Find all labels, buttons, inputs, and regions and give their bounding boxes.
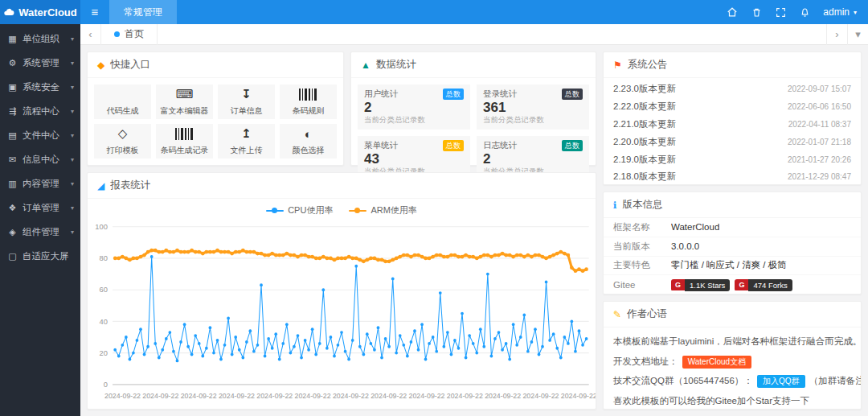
quick-entry-color-picker[interactable]: ◐颜色选择 bbox=[280, 124, 337, 159]
topbar-tab-active[interactable]: 常规管理 bbox=[109, 0, 177, 24]
line-chart: 0204060801002024-09-222024-09-222024-09-… bbox=[88, 218, 596, 409]
stat-value: 361 bbox=[483, 100, 583, 115]
author-notes-body: 本模板前端基于layuimini，后端对各种框架进行融合而完成。 开发文档地址：… bbox=[604, 327, 861, 409]
legend-label: ARM使用率 bbox=[371, 204, 416, 216]
svg-text:2024-09-22: 2024-09-22 bbox=[409, 392, 445, 400]
announcement-time: 2022-06-06 16:50 bbox=[788, 102, 851, 111]
sidebar-item-org[interactable]: ▦单位组织▾ bbox=[0, 27, 80, 51]
sidebar: ▦单位组织▾⚙系统管理▾▣系统安全▾⇶流程中心▾▤文件中心▾✉信息中心▾▥内容管… bbox=[0, 24, 80, 416]
version-row-label: 当前版本 bbox=[613, 241, 671, 253]
logo[interactable]: WaterCloud bbox=[0, 0, 80, 24]
author-line-3: 技术交流QQ群（1065447456）： 加入QQ群 （加群请备注） bbox=[613, 371, 851, 391]
gitee-badge[interactable]: G474 Forks bbox=[735, 279, 792, 291]
order-info-icon: ↧ bbox=[241, 88, 252, 101]
version-row: 主要特色零门槛 / 响应式 / 清爽 / 极简 bbox=[604, 257, 861, 276]
quick-entry-barcode-record[interactable]: 条码生成记录 bbox=[156, 124, 213, 159]
stat-label: 用户统计 bbox=[364, 89, 398, 100]
report-chart-card: ◢ 报表统计 CPU使用率ARM使用率 0204060801002024-09-… bbox=[87, 172, 596, 410]
announcement-item[interactable]: 2.21.0版本更新2022-04-11 08:37 bbox=[613, 116, 851, 134]
version-info-icon: ℹ bbox=[613, 200, 617, 211]
sidebar-item-content[interactable]: ▥内容管理▾ bbox=[0, 171, 80, 196]
clear-cache-icon[interactable] bbox=[744, 0, 768, 24]
sidebar-item-message[interactable]: ✉信息中心▾ bbox=[0, 147, 80, 171]
quick-entry-print-template[interactable]: ◇打印模板 bbox=[94, 124, 151, 159]
home-icon[interactable] bbox=[720, 0, 744, 24]
quick-entry-order-info[interactable]: ↧订单信息 bbox=[218, 84, 275, 119]
announcement-item[interactable]: 2.23.0版本更新2022-09-07 15:07 bbox=[613, 80, 851, 98]
version-info-title: 版本信息 bbox=[623, 198, 663, 212]
sidebar-item-security[interactable]: ▣系统安全▾ bbox=[0, 75, 80, 99]
sidebar-item-label: 订单管理 bbox=[23, 202, 71, 214]
tab-scroll-left-icon[interactable]: ‹ bbox=[80, 24, 101, 45]
user-menu[interactable]: admin ▾ bbox=[817, 6, 868, 18]
announcement-item[interactable]: 2.18.0版本更新2021-12-29 08:47 bbox=[613, 168, 851, 186]
component-icon: ◈ bbox=[6, 227, 18, 237]
username: admin bbox=[823, 6, 850, 18]
author-notes-icon: ✎ bbox=[613, 309, 621, 320]
svg-text:2024-09-22: 2024-09-22 bbox=[447, 392, 483, 400]
stat-label: 日志统计 bbox=[483, 140, 517, 151]
announcement-item[interactable]: 2.20.0版本更新2022-01-07 21:18 bbox=[613, 133, 851, 150]
sidebar-item-flow[interactable]: ⇶流程中心▾ bbox=[0, 99, 80, 123]
sidebar-item-screen[interactable]: ▢自适应大屏 bbox=[0, 244, 80, 268]
quick-entry-barcode[interactable]: 条码规则 bbox=[280, 84, 337, 119]
sidebar-item-system[interactable]: ⚙系统管理▾ bbox=[0, 51, 80, 75]
legend-item-CPU使用率[interactable]: CPU使用率 bbox=[266, 204, 333, 216]
legend-label: CPU使用率 bbox=[288, 204, 333, 216]
status-badge: 总数 bbox=[443, 89, 464, 100]
sidebar-item-label: 内容管理 bbox=[23, 178, 71, 190]
gitee-badge[interactable]: G1.1K Stars bbox=[671, 279, 730, 291]
fullscreen-icon[interactable] bbox=[768, 0, 792, 24]
stat-value: 2 bbox=[483, 151, 583, 167]
notifications-bell-icon[interactable] bbox=[792, 0, 817, 24]
announcement-title: 2.18.0版本更新 bbox=[613, 171, 676, 183]
sidebar-item-label: 组件管理 bbox=[23, 226, 71, 238]
sidebar-item-component[interactable]: ◈组件管理▾ bbox=[0, 220, 80, 244]
sidebar-item-order[interactable]: ❖订单管理▾ bbox=[0, 196, 80, 220]
announcements-list: 2.23.0版本更新2022-09-07 15:072.22.0版本更新2022… bbox=[604, 78, 861, 188]
page-tabbar: ‹ 首页 › ▾ bbox=[80, 24, 868, 45]
quick-entry-title: 快捷入口 bbox=[110, 58, 150, 72]
print-template-icon: ◇ bbox=[118, 127, 128, 141]
announcement-time: 2021-12-29 08:47 bbox=[788, 172, 851, 181]
security-icon: ▣ bbox=[6, 82, 18, 93]
sidebar-item-label: 系统安全 bbox=[23, 81, 71, 93]
hamburger-menu-icon[interactable]: ≡ bbox=[80, 0, 109, 24]
quick-entry-code[interactable]: 代码生成 bbox=[94, 84, 151, 119]
chevron-down-icon: ▾ bbox=[854, 9, 857, 16]
announcement-title: 2.19.0版本更新 bbox=[613, 154, 676, 166]
author-line-2: 开发文档地址： WaterCloud文档 bbox=[613, 352, 851, 372]
tab-scroll-right-icon[interactable]: › bbox=[826, 24, 847, 45]
qq-join-badge[interactable]: 加入QQ群 bbox=[757, 375, 805, 388]
left-column: ◆ 快捷入口 代码生成⌨富文本编辑器↧订单信息条码规则◇打印模板条码生成记录↥文… bbox=[87, 51, 596, 410]
legend-marker-icon bbox=[266, 210, 284, 212]
svg-text:60: 60 bbox=[99, 285, 107, 294]
legend-item-ARM使用率[interactable]: ARM使用率 bbox=[349, 204, 416, 216]
version-info-table: 框架名称WaterCloud当前版本3.0.0.0主要特色零门槛 / 响应式 /… bbox=[604, 218, 861, 294]
svg-text:2024-09-22: 2024-09-22 bbox=[371, 392, 407, 400]
version-row: 当前版本3.0.0.0 bbox=[604, 237, 861, 257]
author-notes-header: ✎ 作者心语 bbox=[604, 302, 861, 327]
announcement-item[interactable]: 2.22.0版本更新2022-06-06 16:50 bbox=[613, 98, 851, 116]
quick-entry-editor[interactable]: ⌨富文本编辑器 bbox=[156, 84, 213, 119]
quick-entry-upload[interactable]: ↥文件上传 bbox=[218, 124, 275, 159]
chevron-down-icon: ▾ bbox=[71, 229, 74, 236]
quick-entry-grid: 代码生成⌨富文本编辑器↧订单信息条码规则◇打印模板条码生成记录↥文件上传◐颜色选… bbox=[88, 78, 343, 165]
svg-text:2024-09-22: 2024-09-22 bbox=[142, 392, 178, 400]
tab-home[interactable]: 首页 bbox=[101, 24, 158, 45]
stat-desc: 当前分类总记录数 bbox=[483, 115, 583, 126]
quick-entry-icon: ◆ bbox=[97, 60, 104, 71]
active-tab-dot bbox=[114, 31, 120, 37]
announcements-flag-icon: ⚑ bbox=[613, 60, 622, 71]
content-wrap: ‹ 首页 › ▾ ◆ 快捷入口 bbox=[80, 24, 868, 416]
version-row-label: 主要特色 bbox=[613, 259, 671, 271]
stat-登录统计: 登录统计总数361当前分类总记录数 bbox=[477, 84, 589, 130]
gitee-logo-icon: G bbox=[671, 279, 685, 290]
tab-options-dropdown-icon[interactable]: ▾ bbox=[847, 24, 868, 45]
chevron-down-icon: ▾ bbox=[71, 204, 74, 212]
announcement-item[interactable]: 2.19.0版本更新2021-01-27 20:26 bbox=[613, 150, 851, 168]
version-row: GiteeG1.1K StarsG474 Forks bbox=[604, 275, 861, 294]
doc-link-badge[interactable]: WaterCloud文档 bbox=[682, 356, 751, 369]
quick-entry-label: 颜色选择 bbox=[293, 145, 325, 156]
sidebar-item-file[interactable]: ▤文件中心▾ bbox=[0, 123, 80, 147]
